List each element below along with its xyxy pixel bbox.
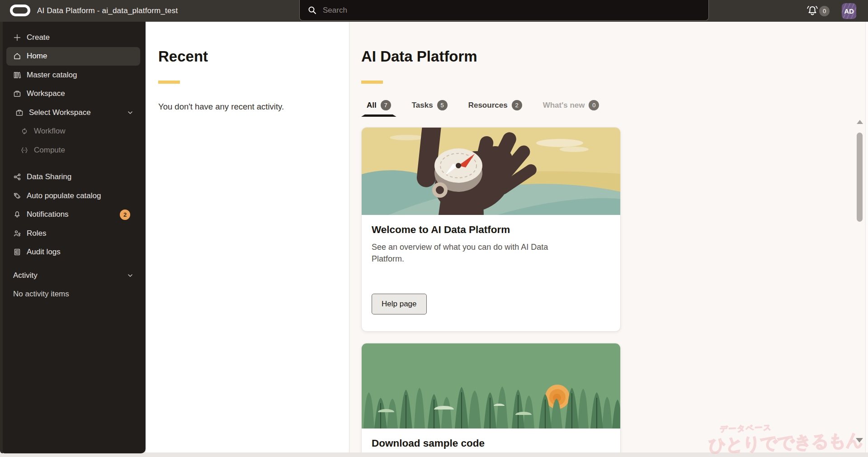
app-title: AI Data Platform - ai_data_platform_test [37,6,178,15]
chevron-down-icon [127,109,134,116]
share-icon [13,173,21,181]
tag-icon [13,192,21,200]
sidebar: Create Home Master catalog Workspace Sel… [0,22,146,453]
hand-holding-compass-illustration [362,128,621,215]
sidebar-item-workspace[interactable]: Workspace [6,85,140,104]
top-bar: AI Data Platform - ai_data_platform_test… [0,0,868,22]
scrollbar-up-arrow[interactable] [857,120,863,124]
search-icon [308,6,316,14]
sidebar-item-master-catalog[interactable]: Master catalog [6,66,140,85]
bell-count-badge: 0 [819,6,830,16]
sidebar-item-compute[interactable]: Compute [6,141,140,160]
sidebar-section-activity[interactable]: Activity [6,266,140,285]
tab-tasks-count: 5 [437,100,448,110]
braces-icon [20,146,28,154]
recent-empty-text: You don't have any recent activity. [158,102,349,112]
recent-title: Recent [158,48,349,65]
sidebar-item-audit-logs[interactable]: Audit logs [6,243,140,262]
welcome-card: Welcome to AI Data Platform See an overv… [361,127,621,332]
scrollbar-track[interactable] [865,22,868,452]
avatar[interactable]: AD [842,3,856,19]
plus-icon [13,33,21,42]
library-icon [13,71,21,79]
workflow-icon [20,127,28,135]
sample-code-card-title: Download sample code [372,438,610,449]
notifications-count-badge: 2 [120,209,130,220]
sidebar-item-data-sharing[interactable]: Data Sharing [6,168,140,187]
tab-resources[interactable]: Resources 2 [463,100,528,117]
app-window: AI Data Platform - ai_data_platform_test… [0,0,868,457]
home-title: AI Data Platform [361,48,865,65]
tab-bar: All 7 Tasks 5 Resources 2 What's new 0 [361,100,865,117]
home-panel: AI Data Platform All 7 Tasks 5 Resources… [349,22,865,452]
sidebar-item-select-workspace[interactable]: Select Workspace [6,103,140,122]
scrollbar-thumb[interactable] [857,133,863,222]
briefcase-icon [13,90,21,98]
tab-whats-new-count: 0 [589,100,599,110]
recent-panel: Recent You don't have any recent activit… [146,22,349,452]
home-accent-bar [361,81,383,84]
briefcase-icon [15,109,24,117]
scrollbar-down-arrow[interactable] [856,438,863,443]
sidebar-item-notifications[interactable]: Notifications 2 [6,205,140,224]
search-bar[interactable] [299,0,709,21]
recent-accent-bar [158,81,180,84]
tab-all[interactable]: All 7 [361,100,396,117]
audit-logs-icon [13,248,21,256]
sample-code-card: Download sample code [361,343,621,452]
tab-tasks[interactable]: Tasks 5 [406,100,453,117]
bell-icon [13,210,21,219]
home-icon [13,52,21,60]
tab-resources-count: 2 [512,100,522,110]
sidebar-activity-empty: No activity items [6,285,140,304]
sidebar-item-roles[interactable]: Roles [6,224,140,243]
sidebar-item-workflow[interactable]: Workflow [6,122,140,141]
roles-icon [13,229,21,238]
help-page-button[interactable]: Help page [372,294,427,314]
sidebar-edge [0,22,3,453]
oracle-logo[interactable] [10,5,30,16]
sidebar-item-create[interactable]: Create [6,28,140,47]
notifications-bell-icon[interactable] [806,5,819,18]
search-input[interactable] [323,6,684,15]
welcome-card-description: See an overview of what you can do with … [372,241,575,265]
sidebar-item-home[interactable]: Home [6,47,140,66]
chevron-down-icon [127,272,134,279]
forest-with-sun-illustration [362,343,621,428]
tab-all-count: 7 [381,100,391,110]
tab-whats-new[interactable]: What's new 0 [538,100,605,117]
welcome-card-title: Welcome to AI Data Platform [372,224,610,236]
sidebar-item-auto-populate-catalog[interactable]: Auto populate catalog [6,186,140,205]
